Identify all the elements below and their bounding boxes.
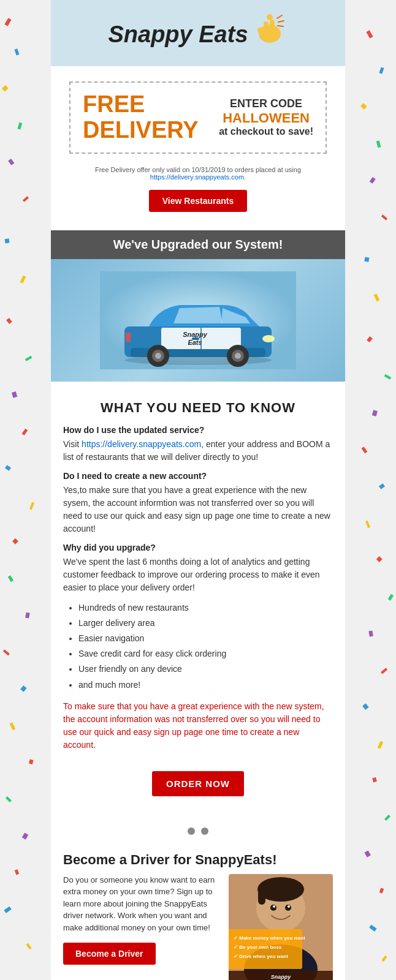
car-illustration: Snappy Eats bbox=[100, 271, 296, 369]
svg-rect-14 bbox=[12, 538, 18, 545]
svg-rect-35 bbox=[384, 374, 392, 380]
faq-a2: Yes,to make sure that you have a great e… bbox=[63, 484, 333, 535]
svg-rect-38 bbox=[379, 483, 385, 489]
delivery-label: DELIVERY bbox=[83, 118, 199, 143]
svg-rect-0 bbox=[4, 18, 11, 26]
red-notice: To make sure that you have a great exper… bbox=[63, 700, 333, 752]
dot-1 bbox=[188, 827, 195, 835]
svg-rect-5 bbox=[23, 196, 29, 202]
svg-rect-39 bbox=[365, 521, 370, 529]
driver-text-column: Do you or someone you know want to earn … bbox=[63, 874, 219, 965]
svg-rect-44 bbox=[362, 703, 369, 710]
faq-q1: How do I use the updated service? bbox=[63, 425, 333, 435]
svg-rect-31 bbox=[381, 214, 387, 220]
svg-rect-51 bbox=[381, 956, 387, 962]
svg-rect-26 bbox=[366, 30, 373, 38]
list-item: and much more! bbox=[78, 677, 333, 693]
svg-rect-50 bbox=[369, 925, 376, 932]
upgraded-text: We've Upgraded our System! bbox=[113, 238, 283, 251]
list-item: Larger delivery area bbox=[78, 616, 333, 631]
faq-a3: We've spent the last 6 months doing a lo… bbox=[63, 556, 333, 594]
svg-rect-48 bbox=[364, 851, 371, 858]
promo-code: HALLOWEEN bbox=[219, 110, 313, 126]
upgrade-bullets: Hundreds of new restaurantsLarger delive… bbox=[63, 600, 333, 693]
faq-section: WHAT YOU NEED TO KNOW How do I use the u… bbox=[51, 382, 345, 821]
upgraded-banner: We've Upgraded our System! bbox=[51, 230, 345, 259]
become-driver-button[interactable]: Become a Driver bbox=[63, 943, 156, 965]
svg-text:Snappy: Snappy bbox=[271, 974, 292, 980]
svg-point-86 bbox=[287, 905, 290, 908]
svg-rect-24 bbox=[4, 907, 11, 913]
main-title: WHAT YOU NEED TO KNOW bbox=[63, 400, 333, 416]
list-item: Easier navigation bbox=[78, 631, 333, 646]
svg-rect-18 bbox=[20, 685, 27, 692]
svg-rect-7 bbox=[20, 276, 26, 284]
free-delivery-text: FREE DELIVERY bbox=[83, 92, 199, 143]
list-item: Hundreds of new restaurants bbox=[78, 600, 333, 616]
order-now-button[interactable]: ORDER NOW bbox=[152, 771, 244, 796]
svg-text:✓ Make money when you want: ✓ Make money when you want bbox=[234, 935, 305, 941]
svg-rect-47 bbox=[384, 815, 390, 821]
driver-title: Become a Driver for SnappyEats! bbox=[63, 852, 333, 868]
driver-image-column: ✓ Make money when you want ✓ Be your own… bbox=[229, 874, 333, 980]
svg-rect-40 bbox=[376, 556, 383, 562]
svg-point-85 bbox=[273, 905, 275, 908]
faq-a1: Visit https://delivery.snappyeats.com, e… bbox=[63, 438, 333, 464]
faq-q2: Do I need to create a new account? bbox=[63, 471, 333, 481]
svg-rect-11 bbox=[21, 429, 28, 435]
enter-code-area: ENTER CODE HALLOWEEN at checkout to save… bbox=[219, 97, 313, 137]
svg-rect-34 bbox=[367, 336, 373, 342]
svg-rect-4 bbox=[8, 159, 14, 165]
driver-content-area: Do you or someone you know want to earn … bbox=[63, 874, 333, 980]
svg-rect-19 bbox=[10, 722, 16, 730]
logo-text: Snappy Eats bbox=[108, 22, 248, 48]
page-wrapper: Snappy Eats bbox=[0, 0, 396, 980]
checkout-text: at checkout to save! bbox=[219, 126, 313, 137]
logo-line2: Eats bbox=[199, 21, 248, 47]
svg-rect-76 bbox=[126, 333, 131, 342]
driver-section: Become a Driver for SnappyEats! Do you o… bbox=[51, 843, 345, 980]
offer-link[interactable]: https://delivery.snappyeats.com bbox=[150, 173, 244, 181]
svg-rect-28 bbox=[360, 103, 367, 110]
svg-rect-1 bbox=[14, 48, 19, 55]
svg-line-59 bbox=[278, 26, 283, 26]
faq-q3: Why did you upgrade? bbox=[63, 543, 333, 552]
faq-link[interactable]: https://delivery.snappyeats.com bbox=[82, 439, 201, 449]
offer-note: Free Delivery offer only valid on 10/31/… bbox=[60, 163, 336, 187]
svg-rect-55 bbox=[257, 28, 265, 32]
svg-rect-37 bbox=[361, 447, 367, 453]
svg-rect-32 bbox=[364, 257, 369, 262]
svg-rect-53 bbox=[264, 21, 268, 34]
svg-rect-29 bbox=[376, 140, 381, 148]
svg-point-69 bbox=[155, 353, 161, 359]
svg-rect-49 bbox=[379, 888, 384, 894]
svg-rect-54 bbox=[270, 20, 275, 33]
svg-rect-8 bbox=[6, 318, 12, 324]
view-restaurants-button[interactable]: View Restaurants bbox=[149, 190, 247, 212]
svg-rect-10 bbox=[12, 391, 17, 398]
svg-rect-21 bbox=[6, 796, 12, 802]
svg-rect-45 bbox=[378, 741, 384, 749]
svg-rect-36 bbox=[372, 410, 378, 417]
svg-rect-42 bbox=[368, 631, 373, 637]
logo-mascot-icon bbox=[251, 12, 288, 51]
svg-rect-41 bbox=[388, 594, 394, 601]
svg-rect-43 bbox=[381, 668, 387, 674]
svg-rect-80 bbox=[258, 886, 265, 905]
svg-rect-13 bbox=[29, 502, 34, 510]
svg-rect-74 bbox=[192, 337, 199, 340]
logo-area: Snappy Eats bbox=[57, 12, 339, 57]
list-item: User friendly on any device bbox=[78, 662, 333, 677]
svg-text:✓ Be your own boss: ✓ Be your own boss bbox=[234, 944, 282, 950]
free-delivery-banner: FREE DELIVERY ENTER CODE HALLOWEEN at ch… bbox=[69, 81, 327, 154]
svg-rect-2 bbox=[2, 85, 9, 92]
svg-point-56 bbox=[267, 14, 273, 20]
driver-image: ✓ Make money when you want ✓ Be your own… bbox=[229, 874, 333, 980]
svg-line-58 bbox=[278, 21, 284, 22]
svg-rect-46 bbox=[372, 777, 377, 782]
svg-rect-23 bbox=[15, 869, 19, 875]
svg-rect-17 bbox=[3, 649, 10, 655]
svg-rect-6 bbox=[5, 238, 10, 243]
free-label: FREE bbox=[83, 92, 199, 118]
driver-description: Do you or someone you know want to earn … bbox=[63, 874, 219, 934]
